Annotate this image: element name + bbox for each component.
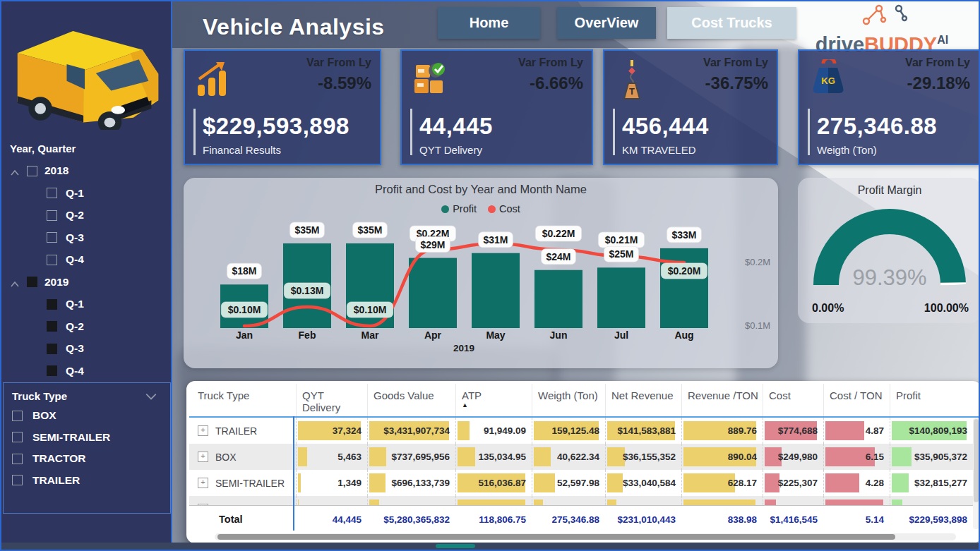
kpi-card-qyt-delivery[interactable]: Var From Ly -6.66% 44,445 QYT Delivery <box>400 49 593 165</box>
var-from-ly-label: Var From Ly <box>905 56 970 69</box>
page-scrollbar-thumb[interactable] <box>436 544 475 548</box>
legend-item-cost[interactable]: Cost <box>488 203 520 214</box>
year-row-2018[interactable]: 2018 <box>10 163 167 178</box>
truck-type-table: Truck TypeQYT DeliveryGoods ValueATP▲Wei… <box>186 381 980 543</box>
year-label: 2019 <box>44 276 68 289</box>
chevron-down-icon[interactable] <box>145 392 157 401</box>
quarter-checkbox[interactable] <box>47 255 57 265</box>
kpi-card-km-traveled[interactable]: T Var From Ly -36.75% 456,444 KM TRAVELE… <box>603 49 778 165</box>
dashboard: Year, Quarter 2018Q-1Q-2Q-3Q-42019Q-1Q-2… <box>0 0 980 551</box>
nav-button-home[interactable]: Home <box>438 7 540 39</box>
column-header-atp[interactable]: ATP▲ <box>455 384 532 416</box>
kpi-card-weight[interactable]: KG Var From Ly -29.18% 275,346.88 Weigth… <box>798 49 980 165</box>
data-bar-yellow <box>458 421 470 440</box>
data-bar-red <box>825 473 859 492</box>
profit-bar-May[interactable] <box>472 253 520 328</box>
value-cell: $20,064,056 <box>890 496 973 505</box>
truck-type-checkbox[interactable] <box>12 454 23 464</box>
quarter-label: Q-4 <box>66 253 84 266</box>
row-label: SEMI-TRAILER <box>215 478 285 489</box>
quarter-label: Q-2 <box>66 209 84 222</box>
truck-type-option-TRACTOR[interactable]: TRACTOR <box>12 451 162 466</box>
cell-value: 23,001.08 <box>557 504 599 505</box>
column-header-qyt-delivery[interactable]: QYT Delivery <box>296 384 367 416</box>
cell-value: $140,809,193 <box>909 425 967 436</box>
chevron-up-icon[interactable] <box>10 278 23 286</box>
growth-chart-icon <box>195 59 233 99</box>
truck-type-option-SEMI-TRAILER[interactable]: SEMI-TRAILER <box>12 430 162 445</box>
value-cell: 4.87 <box>823 418 890 444</box>
column-header-cost-ton[interactable]: Cost / TON <box>823 384 890 416</box>
table-hscrollbar-thumb[interactable] <box>217 534 895 540</box>
nav-button-cost-trucks[interactable]: Cost Trucks <box>667 7 796 39</box>
data-bar-red <box>765 499 776 505</box>
column-header-profit[interactable]: Profit <box>890 384 973 416</box>
expand-icon[interactable]: + <box>198 425 208 436</box>
total-value-cell: $1,416,545 <box>763 506 823 533</box>
quarter-checkbox[interactable] <box>47 344 57 354</box>
quarter-checkbox[interactable] <box>47 232 57 243</box>
value-cell: $166,570 <box>763 496 823 505</box>
kpi-label: Financal Results <box>203 144 281 156</box>
expand-icon[interactable]: + <box>198 478 208 488</box>
kpi-card-financial[interactable]: Var From Ly -8.59% $229,593,898 Financal… <box>184 49 381 165</box>
cell-value: $20,230,626 <box>623 504 676 505</box>
value-cell: 6.15 <box>823 444 890 470</box>
quarter-row-2019-Q-3[interactable]: Q-3 <box>10 341 167 356</box>
table-row-trailer[interactable]: +TRAILER37,324$3,431,907,73491,949.09159… <box>189 418 980 444</box>
year-row-2019[interactable]: 2019 <box>10 274 167 290</box>
profit-bar-Jul[interactable] <box>597 267 645 328</box>
truck-type-checkbox[interactable] <box>12 411 23 421</box>
quarter-checkbox[interactable] <box>47 188 57 198</box>
clipped-row-wrapper: +TRACTOR309$414,628,4031,341,839.4923,00… <box>189 496 980 505</box>
quarter-row-2018-Q-1[interactable]: Q-1 <box>10 186 167 201</box>
value-cell: $249,980 <box>763 444 823 470</box>
value-cell: $140,809,193 <box>890 418 973 444</box>
truck-type-option-BOX[interactable]: BOX <box>12 408 162 423</box>
column-header-cost[interactable]: Cost <box>763 384 823 416</box>
column-header-revenue-ton[interactable]: Revenue /TON <box>681 384 763 416</box>
nav-button-overview[interactable]: OverView <box>557 7 656 39</box>
table-row-box[interactable]: +BOX5,463$737,695,956135,034.9540,622.34… <box>189 444 980 470</box>
quarter-row-2019-Q-4[interactable]: Q-4 <box>10 363 167 379</box>
value-cell: $774,688 <box>763 418 823 444</box>
value-cell: 628.17 <box>681 470 763 496</box>
expand-icon[interactable]: + <box>198 504 208 505</box>
profit-bar-Apr[interactable] <box>409 258 457 328</box>
truck-type-checkbox[interactable] <box>12 475 23 485</box>
total-value: 275,346.88 <box>551 514 599 525</box>
quarter-checkbox[interactable] <box>47 210 57 221</box>
truck-type-checkbox[interactable] <box>12 432 23 442</box>
total-value: 118,806.75 <box>479 514 526 525</box>
column-header-net-revenue[interactable]: Net Revenue <box>605 384 681 416</box>
quarter-row-2018-Q-4[interactable]: Q-4 <box>10 252 167 267</box>
column-header-weigth-ton-[interactable]: Weigth (Ton) <box>532 384 605 416</box>
var-from-ly-value: -29.18% <box>907 73 970 93</box>
legend-item-profit[interactable]: Profit <box>441 203 477 214</box>
quarter-checkbox[interactable] <box>47 299 57 310</box>
column-header-truck-type[interactable]: Truck Type <box>189 384 296 416</box>
legend-label: Profit <box>453 203 477 214</box>
year-checkbox[interactable] <box>27 166 37 176</box>
expand-icon[interactable]: + <box>198 452 208 462</box>
year-checkbox[interactable] <box>27 277 37 287</box>
var-from-ly-label: Var From Ly <box>703 56 768 69</box>
column-header-goods-value[interactable]: Goods Value <box>367 384 455 416</box>
quarter-row-2019-Q-1[interactable]: Q-1 <box>10 296 167 312</box>
quarter-row-2019-Q-2[interactable]: Q-2 <box>10 319 167 334</box>
table-row-semi-trailer[interactable]: +SEMI-TRAILER1,349$696,133,739516,036.87… <box>189 470 980 496</box>
profit-bar-Jun[interactable] <box>534 270 582 328</box>
table-vscrollbar-thumb[interactable] <box>974 419 979 502</box>
table-row-tractor[interactable]: +TRACTOR309$414,628,4031,341,839.4923,00… <box>189 496 980 505</box>
truck-type-option-TRAILER[interactable]: TRAILER <box>12 473 162 488</box>
quarter-checkbox[interactable] <box>47 365 57 376</box>
value-cell: $33,040,584 <box>605 470 681 496</box>
quarter-row-2018-Q-2[interactable]: Q-2 <box>10 207 167 223</box>
chevron-up-icon[interactable] <box>10 166 23 175</box>
value-cell: $737,695,956 <box>367 444 455 470</box>
legend-label: Cost <box>499 203 520 214</box>
value-cell: 4.28 <box>823 470 890 496</box>
quarter-row-2018-Q-3[interactable]: Q-3 <box>10 230 167 246</box>
year-quarter-slicer: Year, Quarter 2018Q-1Q-2Q-3Q-42019Q-1Q-2… <box>10 143 167 385</box>
quarter-checkbox[interactable] <box>47 321 57 332</box>
